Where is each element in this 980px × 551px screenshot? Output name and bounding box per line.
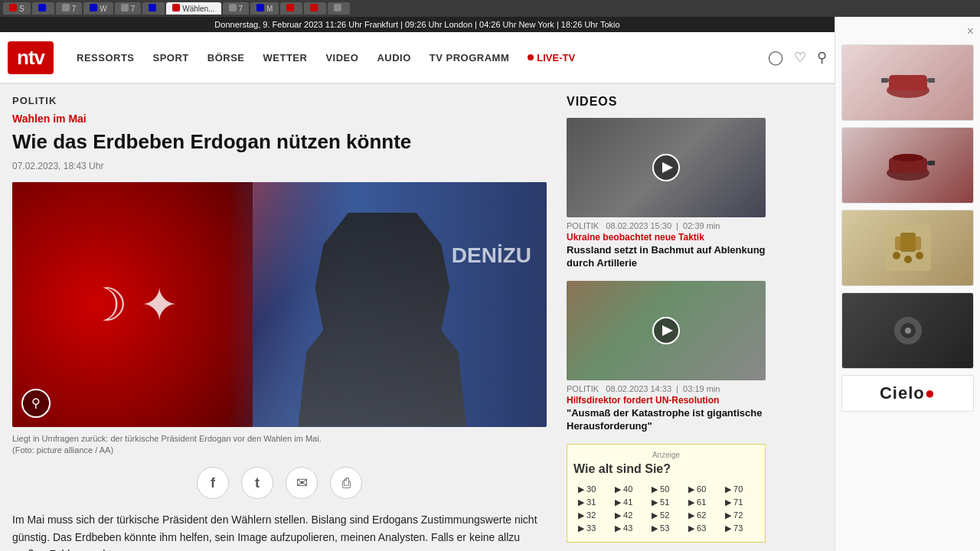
twitter-icon: t <box>255 475 260 491</box>
browser-tab[interactable]: M <box>250 2 279 15</box>
nav-boerse[interactable]: BÖRSE <box>200 47 253 68</box>
browser-tab-bar: S 7 W 7 Wählen... 7 M <box>0 0 980 17</box>
video-meta-2: POLITIK 08.02.2023 14:33 | 03:19 min <box>567 384 766 393</box>
video-title-1: Russland setzt in Bachmut auf Ablenkung … <box>567 244 766 270</box>
svg-rect-2 <box>927 78 935 83</box>
cookware-icon-2 <box>881 142 935 188</box>
nav-video[interactable]: VIDEO <box>318 47 366 68</box>
article-sidebar: VIDEOS POLITIK 08.02.2023 15:30 | 02:39 … <box>559 84 773 551</box>
video-title-2: "Ausmaß der Katastrophe ist gigantische … <box>567 407 766 433</box>
browser-tab[interactable] <box>142 2 165 15</box>
nav-tv-programm[interactable]: TV PROGRAMM <box>422 47 517 68</box>
share-bar: f t ✉ ⎙ <box>12 467 547 499</box>
article-area: POLITIK Wahlen im Mai Wie das Erdbeben E… <box>0 84 559 551</box>
article-date: 07.02.2023, 18:43 Uhr <box>12 161 547 171</box>
nav-live-tv[interactable]: LIVE-TV <box>520 47 583 68</box>
ticker-text: Donnerstag, 9. Februar 2023 11:26 Uhr Fr… <box>214 20 619 29</box>
content-body: POLITIK Wahlen im Mai Wie das Erdbeben E… <box>0 84 773 551</box>
person-silhouette <box>298 213 466 427</box>
video-kicker-2: Hilfsdirektor fordert UN-Resolution <box>567 395 766 406</box>
video-thumbnail-1 <box>567 118 766 217</box>
svg-point-12 <box>893 252 900 259</box>
site-logo[interactable]: ntv <box>8 41 54 74</box>
article-image: ☽ ✦ DENİZU ⚲ <box>12 182 547 427</box>
browser-tab[interactable] <box>32 2 54 15</box>
zoom-icon: ⚲ <box>31 396 41 410</box>
table-row[interactable]: ▶ 30 ▶ 40 ▶ 50 ▶ 60 ▶ 70 <box>575 484 757 495</box>
email-icon: ✉ <box>296 474 308 491</box>
video-card-2[interactable]: POLITIK 08.02.2023 14:33 | 03:19 min Hil… <box>567 281 766 433</box>
article-title: Wie das Erdbeben Erdogan nützen könnte <box>12 129 547 155</box>
section-label: POLITIK <box>12 95 547 106</box>
ad-brand-cielo[interactable]: Cielo● <box>841 375 974 412</box>
browser-tab[interactable] <box>304 2 326 15</box>
notification-icon[interactable]: ♡ <box>794 49 806 66</box>
svg-point-16 <box>905 328 911 334</box>
ad-close-button[interactable]: × <box>967 24 974 38</box>
image-caption: Liegt in Umfragen zurück: der türkische … <box>12 433 547 457</box>
user-icon[interactable]: ◯ <box>768 49 783 66</box>
browser-tab-active[interactable]: Wählen... <box>166 2 220 15</box>
share-facebook-button[interactable]: f <box>197 467 229 499</box>
share-email-button[interactable]: ✉ <box>286 467 318 499</box>
age-table: ▶ 30 ▶ 40 ▶ 50 ▶ 60 ▶ 70 ▶ 31 ▶ 41 ▶ 51 … <box>573 482 759 536</box>
nav-wetter[interactable]: WETTER <box>256 47 315 68</box>
brand-name: Cielo● <box>880 383 936 403</box>
ad-sidebar: × <box>835 17 980 551</box>
article-kicker: Wahlen im Mai <box>12 112 547 125</box>
browser-tab[interactable] <box>328 2 350 15</box>
article-body: Im Mai muss sich der türkische Präsident… <box>12 511 547 551</box>
play-button-2[interactable] <box>652 317 680 344</box>
browser-tab[interactable]: 7 <box>56 2 83 15</box>
sidebar-advertisement: Anzeige Wie alt sind Sie? ▶ 30 ▶ 40 ▶ 50… <box>567 444 766 543</box>
ad-item-cookware-dark[interactable] <box>841 127 974 204</box>
video-card-1[interactable]: POLITIK 08.02.2023 15:30 | 02:39 min Ukr… <box>567 118 766 270</box>
svg-rect-10 <box>895 236 921 250</box>
deniz-text-overlay: DENİZU <box>452 243 531 268</box>
video-kicker-1: Ukraine beobachtet neue Taktik <box>567 232 766 243</box>
browser-tab[interactable]: W <box>83 2 113 15</box>
ad-title[interactable]: Wie alt sind Sie? <box>573 462 759 476</box>
ad-item-cookware-red[interactable] <box>841 44 974 121</box>
browser-tab[interactable]: S <box>3 2 31 15</box>
nav-sport[interactable]: SPORT <box>145 47 197 68</box>
crescent-icon: ☽ ✦ <box>87 278 179 331</box>
image-zoom-button[interactable]: ⚲ <box>21 389 51 418</box>
site-header: ntv RESSORTS SPORT BÖRSE WETTER VIDEO AU… <box>0 32 835 84</box>
sidebar-videos-title: VIDEOS <box>567 95 766 109</box>
svg-rect-1 <box>889 75 927 90</box>
svg-rect-7 <box>927 161 935 165</box>
video-meta-1: POLITIK 08.02.2023 15:30 | 02:39 min <box>567 221 766 230</box>
nav-audio[interactable]: AUDIO <box>369 47 418 68</box>
dark-object-icon <box>885 308 931 354</box>
svg-point-11 <box>904 256 912 263</box>
live-indicator <box>528 54 534 60</box>
ad-item-dark-object[interactable] <box>841 292 974 369</box>
print-icon: ⎙ <box>342 475 351 491</box>
cookware-icon-1 <box>881 60 935 106</box>
decorative-icon <box>881 221 935 275</box>
video-thumbnail-2 <box>567 281 766 380</box>
share-print-button[interactable]: ⎙ <box>330 467 362 499</box>
table-row[interactable]: ▶ 32 ▶ 42 ▶ 52 ▶ 62 ▶ 72 <box>575 510 757 521</box>
search-icon[interactable]: ⚲ <box>817 49 827 66</box>
main-content-area: Donnerstag, 9. Februar 2023 11:26 Uhr Fr… <box>0 17 835 551</box>
flag-overlay: ☽ ✦ <box>12 182 253 427</box>
share-twitter-button[interactable]: t <box>241 467 273 499</box>
ad-item-decorative[interactable] <box>841 210 974 286</box>
header-icons: ◯ ♡ ⚲ <box>768 49 827 66</box>
browser-tab[interactable] <box>280 2 302 15</box>
facebook-icon: f <box>211 475 215 491</box>
main-nav: RESSORTS SPORT BÖRSE WETTER VIDEO AUDIO … <box>69 47 753 68</box>
table-row[interactable]: ▶ 33 ▶ 43 ▶ 53 ▶ 63 ▶ 73 <box>575 523 757 534</box>
browser-tab[interactable]: 7 <box>223 2 250 15</box>
svg-rect-3 <box>881 78 889 83</box>
nav-ressorts[interactable]: RESSORTS <box>69 47 142 68</box>
ad-label: Anzeige <box>573 451 759 459</box>
browser-tab[interactable]: 7 <box>115 2 142 15</box>
article-image-wrapper: ☽ ✦ DENİZU ⚲ <box>12 182 547 427</box>
play-button-1[interactable] <box>652 154 680 181</box>
svg-point-6 <box>893 154 923 161</box>
table-row[interactable]: ▶ 31 ▶ 41 ▶ 51 ▶ 61 ▶ 71 <box>575 497 757 508</box>
svg-point-13 <box>916 252 923 259</box>
